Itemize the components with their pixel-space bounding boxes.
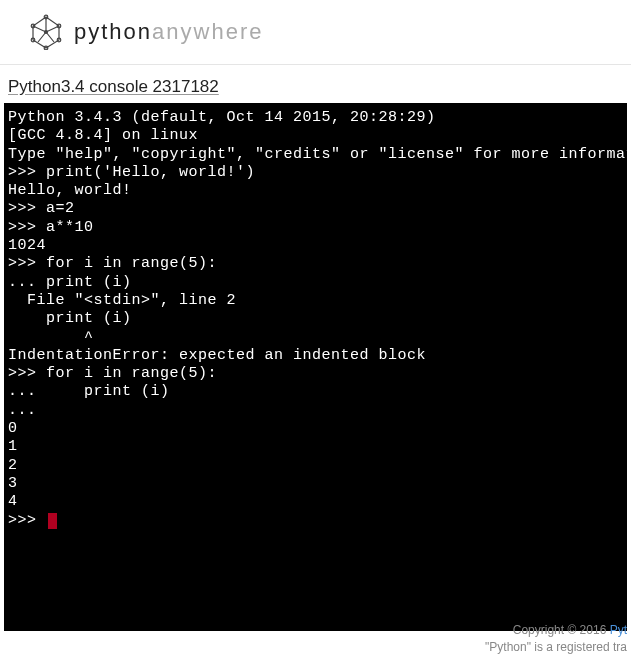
terminal-line: 4 xyxy=(8,493,627,511)
brand-text: pythonanywhere xyxy=(74,19,263,45)
terminal-line: >>> for i in range(5): xyxy=(8,365,627,383)
terminal-line: 3 xyxy=(8,475,627,493)
terminal-line: ... print (i) xyxy=(8,274,627,292)
terminal-line: print (i) xyxy=(8,310,627,328)
terminal-line: >>> a**10 xyxy=(8,219,627,237)
terminal-line: 0 xyxy=(8,420,627,438)
terminal-line: File "<stdin>", line 2 xyxy=(8,292,627,310)
terminal-line: >>> xyxy=(8,512,627,530)
terminal-line: >>> a=2 xyxy=(8,200,627,218)
page-footer: Copyright © 2016 Pyt "Python" is a regis… xyxy=(485,623,631,654)
terminal-line: ^ xyxy=(8,329,627,347)
footer-copyright: Copyright © 2016 Pyt xyxy=(485,623,627,637)
terminal-line: >>> print('Hello, world!') xyxy=(8,164,627,182)
terminal-console[interactable]: Python 3.4.3 (default, Oct 14 2015, 20:2… xyxy=(4,103,627,631)
terminal-line: Type "help", "copyright", "credits" or "… xyxy=(8,146,627,164)
terminal-line: 1024 xyxy=(8,237,627,255)
brand-strong: python xyxy=(74,19,152,44)
page-header: pythonanywhere xyxy=(0,0,631,65)
terminal-line: [GCC 4.8.4] on linux xyxy=(8,127,627,145)
pythonanywhere-logo-icon xyxy=(26,14,66,50)
terminal-line: 2 xyxy=(8,457,627,475)
brand-light: anywhere xyxy=(152,19,263,44)
terminal-line: IndentationError: expected an indented b… xyxy=(8,347,627,365)
terminal-line: ... print (i) xyxy=(8,383,627,401)
console-title[interactable]: Python3.4 console 2317182 xyxy=(8,77,631,97)
footer-link[interactable]: Pyt xyxy=(610,623,627,637)
terminal-line: Hello, world! xyxy=(8,182,627,200)
terminal-line: 1 xyxy=(8,438,627,456)
terminal-line: Python 3.4.3 (default, Oct 14 2015, 20:2… xyxy=(8,109,627,127)
terminal-line: >>> for i in range(5): xyxy=(8,255,627,273)
terminal-cursor xyxy=(48,513,57,529)
footer-trademark: "Python" is a registered tra xyxy=(485,640,627,654)
terminal-line: ... xyxy=(8,402,627,420)
